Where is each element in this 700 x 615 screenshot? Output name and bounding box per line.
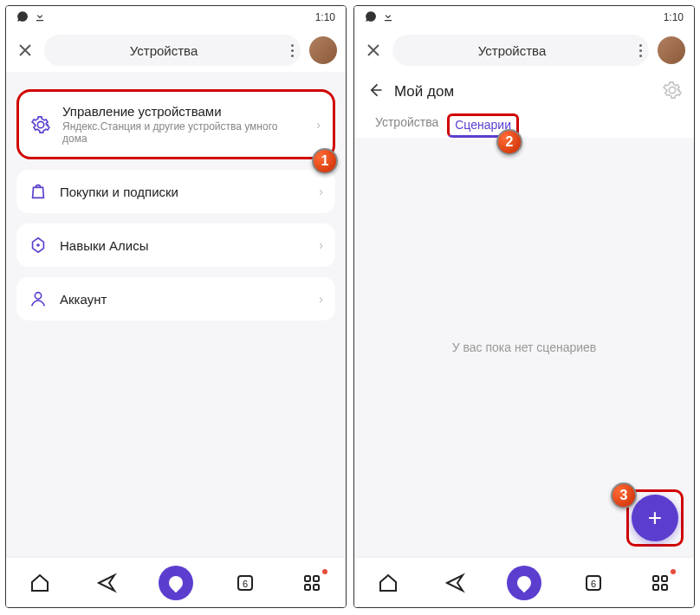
svg-point-1 <box>35 293 41 299</box>
header-title: Устройства <box>392 43 632 58</box>
svg-rect-4 <box>305 576 310 581</box>
item-subtitle: Яндекс.Станция и другие устройства умног… <box>62 120 304 145</box>
close-button[interactable] <box>363 40 384 61</box>
clock-text: 1:10 <box>664 11 684 23</box>
download-icon <box>34 10 46 25</box>
item-manage-devices[interactable]: Управление устройствами Яндекс.Станция и… <box>16 89 335 159</box>
svg-rect-11 <box>662 576 667 581</box>
page-subheader: Мой дом Устройства Сценарии 2 <box>354 72 694 138</box>
nav-send[interactable] <box>91 567 122 599</box>
close-button[interactable] <box>15 40 36 61</box>
svg-rect-10 <box>653 576 658 581</box>
add-scenario-fab[interactable]: + <box>632 495 678 541</box>
nav-send[interactable] <box>439 567 470 599</box>
item-alice-skills[interactable]: Навыки Алисы › <box>16 223 335 267</box>
svg-rect-12 <box>653 585 658 590</box>
whatsapp-icon <box>365 10 377 25</box>
phone-screen-2: 1:10 Устройства Мой дом Устройства Сцена… <box>353 5 695 608</box>
avatar[interactable] <box>658 36 685 64</box>
svg-rect-13 <box>662 585 667 590</box>
header-title-pill[interactable]: Устройства <box>392 35 649 66</box>
nav-alice[interactable] <box>507 566 541 600</box>
settings-content: Управление устройствами Яндекс.Станция и… <box>6 72 346 557</box>
page-title: Мой дом <box>394 83 652 100</box>
download-icon <box>382 10 394 25</box>
chevron-right-icon: › <box>319 238 323 252</box>
clock-text: 1:10 <box>315 11 335 23</box>
callout-badge-2: 2 <box>496 129 522 155</box>
chevron-right-icon: › <box>319 292 323 306</box>
phone-screen-1: 1:10 Устройства Управление устройствами … <box>5 5 347 608</box>
status-bar: 1:10 <box>354 6 694 29</box>
person-icon <box>29 289 48 308</box>
item-title: Покупки и подписки <box>60 184 307 199</box>
nav-apps[interactable] <box>296 567 327 599</box>
chevron-right-icon: › <box>319 184 323 198</box>
tab-devices[interactable]: Устройства <box>366 110 447 138</box>
callout-badge-1: 1 <box>312 148 338 174</box>
settings-icon[interactable] <box>663 81 682 103</box>
nav-home[interactable] <box>373 567 404 599</box>
svg-text:6: 6 <box>591 579 596 589</box>
item-title: Навыки Алисы <box>60 238 307 253</box>
item-purchases[interactable]: Покупки и подписки › <box>16 170 335 213</box>
nav-tabs[interactable]: 6 <box>578 567 609 599</box>
bottom-nav: 6 <box>354 557 694 607</box>
svg-rect-7 <box>314 585 319 590</box>
header-title: Устройства <box>44 43 283 58</box>
plus-icon: + <box>648 504 662 532</box>
nav-alice[interactable] <box>159 566 193 600</box>
bottom-nav: 6 <box>6 557 346 607</box>
avatar[interactable] <box>309 36 337 64</box>
header: Устройства <box>6 29 346 72</box>
chevron-right-icon: › <box>316 118 321 132</box>
nav-home[interactable] <box>24 567 55 599</box>
notification-dot <box>322 569 327 574</box>
item-title: Аккаунт <box>60 292 307 307</box>
back-button[interactable] <box>366 81 384 102</box>
more-icon[interactable] <box>283 44 301 57</box>
scenarios-body: У вас пока нет сценариев + 3 <box>354 138 694 557</box>
item-account[interactable]: Аккаунт › <box>16 277 335 320</box>
gear-icon <box>31 115 50 134</box>
status-bar: 1:10 <box>6 6 346 29</box>
callout-badge-3: 3 <box>611 482 637 508</box>
whatsapp-icon <box>16 10 29 25</box>
svg-text:6: 6 <box>243 579 248 589</box>
bag-icon <box>29 182 48 201</box>
svg-rect-5 <box>314 576 319 581</box>
svg-rect-6 <box>305 585 310 590</box>
svg-point-0 <box>36 243 40 247</box>
more-icon[interactable] <box>632 44 649 57</box>
header-title-pill[interactable]: Устройства <box>44 35 301 66</box>
item-title: Управление устройствами <box>62 104 304 119</box>
nav-tabs[interactable]: 6 <box>230 567 261 599</box>
header: Устройства <box>354 29 694 72</box>
alice-icon <box>29 236 48 255</box>
notification-dot <box>671 569 676 574</box>
nav-apps[interactable] <box>645 567 676 599</box>
empty-state-text: У вас пока нет сценариев <box>354 340 694 354</box>
